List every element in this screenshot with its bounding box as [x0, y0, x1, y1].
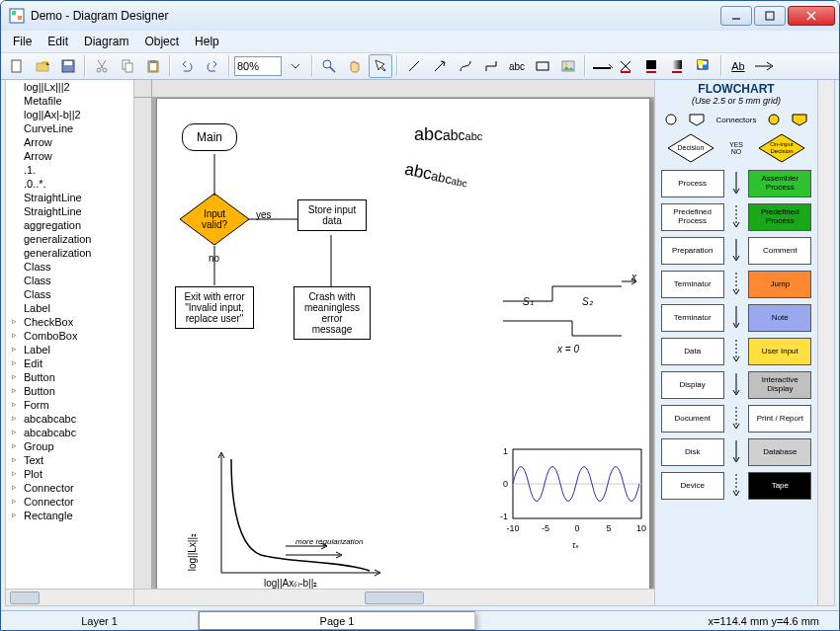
font-button[interactable]: Ab	[726, 54, 750, 78]
palette-shape-left[interactable]: Data	[661, 338, 724, 365]
object-tree[interactable]: log||Lx|||2Metafilelog||Ax|-b||2CurveLin…	[6, 80, 133, 589]
tree-item[interactable]: Arrow	[6, 149, 133, 163]
tree-item[interactable]: Arrow	[6, 135, 133, 149]
tree-item[interactable]: Button	[6, 384, 133, 398]
palette-shape-right[interactable]: Database	[748, 438, 811, 466]
connector-tool-icon[interactable]	[479, 54, 503, 78]
decision-shape[interactable]: Decision	[666, 132, 715, 164]
open-button[interactable]	[31, 54, 54, 78]
palette-shape-right[interactable]: Assembler Process	[748, 170, 811, 197]
rect-tool-icon[interactable]	[531, 54, 554, 78]
palette-shape-right[interactable]: Comment	[748, 237, 811, 265]
palette-shape-left[interactable]: Terminator	[661, 271, 724, 298]
palette-shape-left[interactable]: Preparation	[661, 237, 724, 265]
new-button[interactable]	[5, 54, 29, 78]
line-style-button[interactable]	[590, 54, 614, 78]
tree-item[interactable]: Connector	[6, 481, 133, 495]
tree-item[interactable]: .0..*.	[6, 177, 133, 191]
tree-item[interactable]: .1.	[6, 163, 133, 177]
crash-node[interactable]: Crash with meaningless error message	[294, 286, 371, 340]
canvas-viewport[interactable]: Main Inputvalid? yes no Store input data…	[152, 98, 654, 589]
curve-tool-icon[interactable]	[454, 54, 477, 78]
tree-item[interactable]: Rectangle	[6, 509, 133, 522]
tree-item[interactable]: Text	[6, 453, 133, 467]
tree-item[interactable]: ComboBox	[6, 329, 133, 343]
arrow-style-button[interactable]	[752, 54, 776, 78]
canvas-area[interactable]: Main Inputvalid? yes no Store input data…	[134, 80, 654, 589]
tree-item[interactable]: Group	[6, 439, 133, 453]
palette-shape-left[interactable]: Document	[661, 405, 724, 433]
tree-hscrollbar[interactable]	[6, 589, 133, 605]
tree-item[interactable]: generalization	[6, 232, 133, 246]
tree-item[interactable]: CurveLine	[6, 121, 133, 135]
menu-object[interactable]: Object	[136, 33, 187, 50]
status-layer[interactable]: Layer 1	[1, 611, 199, 630]
copy-button[interactable]	[116, 54, 139, 78]
tree-item[interactable]: Label	[6, 343, 133, 356]
palette-shape-right[interactable]: Predefined Process	[748, 203, 811, 231]
tree-item[interactable]: abcabcabc	[6, 426, 133, 439]
palette-shape-right[interactable]: Print / Report	[748, 405, 811, 433]
decision-node[interactable]: Inputvalid?	[179, 193, 250, 246]
tree-item[interactable]: Class	[6, 260, 133, 274]
palette-shape-left[interactable]: Device	[661, 472, 724, 500]
tree-item[interactable]: CheckBox	[6, 315, 133, 329]
tree-item[interactable]: StraightLine	[6, 204, 133, 218]
tree-item[interactable]: Connector	[6, 495, 133, 509]
connector-offpage-yellow-icon[interactable]	[791, 113, 808, 126]
menu-help[interactable]: Help	[187, 33, 227, 50]
connector-circle-icon[interactable]	[664, 113, 678, 126]
line-tool-icon[interactable]	[402, 54, 426, 78]
pattern-button[interactable]	[693, 54, 716, 78]
pointer-tool-icon[interactable]	[369, 54, 392, 78]
zoom-input[interactable]	[234, 56, 282, 76]
palette-shape-left[interactable]: Process	[661, 170, 724, 197]
palette-shape-left[interactable]: Disk	[661, 438, 724, 466]
sine-plot[interactable]: 1 0 -1 -10 -5 0 5 10	[488, 444, 646, 543]
palette-shape-right[interactable]: Note	[748, 304, 811, 332]
fill-color-button[interactable]	[641, 54, 665, 78]
palette-shape-left[interactable]: Predefined Process	[661, 203, 724, 231]
tree-item[interactable]: log||Lx|||2	[6, 80, 133, 94]
palette-shape-right[interactable]: Interactive Display	[748, 371, 811, 399]
tree-item[interactable]: abcabcabc	[6, 412, 133, 426]
zoom-tool-icon[interactable]	[317, 54, 341, 78]
tree-item[interactable]: StraightLine	[6, 191, 133, 204]
palette-shape-left[interactable]: Terminator	[661, 304, 724, 332]
text-tool-icon[interactable]: abc	[505, 54, 529, 78]
oninput-decision-shape[interactable]: On-InputDecision	[757, 132, 806, 164]
palette[interactable]: FLOWCHART (Use 2.5 or 5 mm grid) Connect…	[655, 80, 817, 605]
gradient-button[interactable]	[667, 54, 691, 78]
image-tool-icon[interactable]	[556, 54, 580, 78]
tree-item[interactable]: log||Ax|-b||2	[6, 108, 133, 121]
tree-item[interactable]: Metafile	[6, 94, 133, 108]
tree-item[interactable]: Edit	[6, 356, 133, 370]
undo-button[interactable]	[175, 54, 199, 78]
palette-shape-right[interactable]: User Input	[748, 338, 811, 365]
paste-button[interactable]	[141, 54, 165, 78]
close-button[interactable]	[788, 6, 835, 26]
redo-button[interactable]	[201, 54, 224, 78]
tree-item[interactable]: aggregation	[6, 218, 133, 232]
line-color-button[interactable]	[616, 54, 639, 78]
palette-shape-right[interactable]: Jump	[748, 271, 811, 298]
page[interactable]: Main Inputvalid? yes no Store input data…	[156, 98, 650, 589]
maximize-button[interactable]	[754, 6, 786, 26]
connector-circle-yellow-icon[interactable]	[767, 113, 781, 126]
tree-item[interactable]: Class	[6, 274, 133, 287]
menu-diagram[interactable]: Diagram	[76, 33, 136, 50]
save-button[interactable]	[56, 54, 80, 78]
canvas-hscrollbar[interactable]	[134, 589, 654, 605]
arrow-tool-icon[interactable]	[428, 54, 452, 78]
zoom-dropdown[interactable]	[284, 54, 307, 78]
menu-edit[interactable]: Edit	[40, 33, 76, 50]
tree-item[interactable]: Plot	[6, 467, 133, 481]
minimize-button[interactable]	[720, 6, 752, 26]
tree-item[interactable]: Label	[6, 301, 133, 315]
connector-offpage-icon[interactable]	[688, 113, 706, 126]
tree-item[interactable]: Class	[6, 287, 133, 301]
store-node[interactable]: Store input data	[297, 199, 367, 231]
tree-item[interactable]: generalization	[6, 246, 133, 260]
tree-item[interactable]: Button	[6, 370, 133, 384]
status-page[interactable]: Page 1	[199, 611, 475, 630]
